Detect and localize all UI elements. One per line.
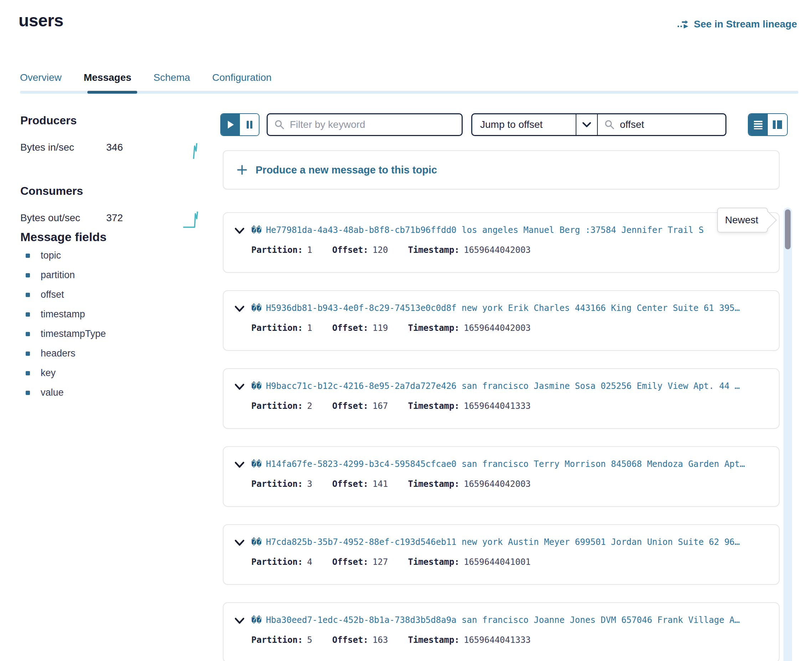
bytes-out-value: 372 (106, 212, 123, 224)
jump-to-offset-select[interactable]: Jump to offset (472, 114, 576, 135)
bytes-in-value: 346 (106, 142, 123, 153)
message-row[interactable]: �� H7cda825b-35b7-4952-88ef-c193d546eb11… (223, 524, 780, 585)
bullet-icon (26, 273, 30, 278)
key-binary-prefix: �� (251, 537, 262, 547)
field-item-value[interactable]: value (26, 387, 106, 398)
bullet-icon (26, 254, 30, 258)
message-key-line: �� He77981da-4a43-48ab-b8f8-cb71b96ffdd0… (251, 225, 770, 235)
expand-chevron-icon[interactable] (234, 227, 245, 236)
message-key-line: �� H7cda825b-35b7-4952-88ef-c193d546eb11… (251, 537, 770, 547)
message-key[interactable]: H14fa67fe-5823-4299-b3c4-595845cfcae0 sa… (266, 459, 745, 469)
offset-search-field (598, 114, 726, 135)
partition-value: 3 (303, 479, 312, 489)
consumers-heading: Consumers (20, 185, 83, 198)
timestamp-value: 1659644041333 (460, 401, 531, 411)
pause-icon (246, 120, 253, 129)
stream-lineage-link[interactable]: See in Stream lineage (677, 19, 797, 30)
field-item-partition[interactable]: partition (26, 270, 106, 281)
bytes-in-label: Bytes in/sec (20, 142, 74, 153)
offset-value: 119 (368, 323, 388, 333)
page-title: users (19, 11, 64, 30)
expand-chevron-icon[interactable] (234, 305, 245, 314)
field-item-offset[interactable]: offset (26, 289, 106, 300)
bullet-icon (26, 371, 30, 375)
list-view-button[interactable] (748, 114, 768, 135)
select-chevron-button[interactable] (576, 114, 598, 135)
field-item-topic[interactable]: topic (26, 250, 106, 261)
tab-overview[interactable]: Overview (20, 72, 62, 88)
message-key[interactable]: Hba30eed7-1edc-452b-8b1a-738d3b5d8a9a sa… (266, 615, 740, 625)
expand-chevron-icon[interactable] (234, 461, 245, 470)
message-row[interactable]: �� H5936db81-b943-4e0f-8c29-74513e0c0d8f… (223, 290, 780, 351)
message-meta: Partition:1 Offset:119 Timestamp:1659644… (251, 323, 531, 333)
expand-chevron-icon[interactable] (234, 383, 245, 392)
bullet-icon (26, 293, 30, 297)
key-binary-prefix: �� (251, 381, 262, 391)
partition-value: 1 (303, 245, 312, 255)
bullet-icon (26, 312, 30, 317)
play-button[interactable] (221, 114, 240, 135)
message-meta: Partition:2 Offset:167 Timestamp:1659644… (251, 401, 531, 411)
message-meta: Partition:1 Offset:120 Timestamp:1659644… (251, 245, 531, 255)
card-view-button[interactable] (768, 114, 787, 135)
message-meta: Partition:5 Offset:163 Timestamp:1659644… (251, 635, 531, 645)
timestamp-value: 1659644042003 (460, 245, 531, 255)
key-binary-prefix: �� (251, 615, 262, 625)
produce-message-button[interactable]: Produce a new message to this topic (223, 150, 780, 190)
field-item-key[interactable]: key (26, 367, 106, 378)
message-key[interactable]: He77981da-4a43-48ab-b8f8-cb71b96ffdd0 lo… (266, 225, 704, 235)
message-row[interactable]: �� H9bacc71c-b12c-4216-8e95-2a7da727e426… (223, 368, 780, 429)
view-toggle-group (748, 113, 788, 136)
timestamp-value: 1659644041001 (460, 557, 531, 567)
message-key[interactable]: H5936db81-b943-4e0f-8c29-74513e0c0d8f ne… (266, 303, 740, 313)
scrollbar-track[interactable] (783, 208, 792, 661)
field-item-timestamp[interactable]: timestamp (26, 309, 106, 320)
message-row[interactable]: �� Hba30eed7-1edc-452b-8b1a-738d3b5d8a9a… (223, 602, 780, 661)
filter-field (267, 113, 463, 136)
filter-input[interactable] (290, 119, 455, 130)
producers-heading: Producers (20, 114, 77, 127)
offset-value: 163 (368, 635, 388, 645)
tab-configuration[interactable]: Configuration (212, 72, 272, 88)
tab-schema[interactable]: Schema (154, 72, 191, 88)
message-key[interactable]: H7cda825b-35b7-4952-88ef-c193d546eb11 ne… (266, 537, 740, 547)
tab-messages[interactable]: Messages (84, 72, 131, 88)
tab-bar: Overview Messages Schema Configuration (20, 72, 272, 88)
message-fields-list: topic partition offset timestamp timesta… (26, 250, 106, 398)
message-meta: Partition:4 Offset:127 Timestamp:1659644… (251, 557, 531, 567)
key-binary-prefix: �� (251, 303, 262, 313)
bytes-in-sparkline (191, 142, 201, 162)
chevron-down-icon (582, 121, 591, 128)
jump-to-offset-group: Jump to offset (471, 113, 726, 136)
offset-search-input[interactable] (620, 119, 719, 130)
scrollbar-thumb[interactable] (785, 209, 791, 249)
offset-value: 167 (368, 401, 388, 411)
message-row[interactable]: �� H14fa67fe-5823-4299-b3c4-595845cfcae0… (223, 446, 780, 507)
stream-lineage-icon (677, 19, 690, 29)
offset-value: 127 (368, 557, 388, 567)
message-key[interactable]: H9bacc71c-b12c-4216-8e95-2a7da727e426 sa… (266, 381, 740, 391)
bullet-icon (26, 332, 30, 336)
bullet-icon (26, 391, 30, 395)
tab-underline-active (87, 91, 137, 94)
list-view-icon (753, 120, 763, 129)
offset-value: 120 (368, 245, 388, 255)
key-binary-prefix: �� (251, 225, 262, 235)
message-row[interactable]: �� He77981da-4a43-48ab-b8f8-cb71b96ffdd0… (223, 212, 780, 273)
expand-chevron-icon[interactable] (234, 617, 245, 626)
message-key-line: �� H9bacc71c-b12c-4216-8e95-2a7da727e426… (251, 381, 770, 391)
search-icon (604, 119, 615, 130)
plus-icon (236, 164, 248, 176)
newest-tooltip-label: Newest (725, 214, 758, 226)
field-item-timestampType[interactable]: timestampType (26, 328, 106, 339)
field-item-headers[interactable]: headers (26, 348, 106, 359)
message-key-line: �� Hba30eed7-1edc-452b-8b1a-738d3b5d8a9a… (251, 615, 770, 625)
pause-button[interactable] (240, 114, 259, 135)
message-key-line: �� H14fa67fe-5823-4299-b3c4-595845cfcae0… (251, 459, 770, 469)
bytes-out-label: Bytes out/sec (20, 212, 80, 224)
timestamp-value: 1659644042003 (460, 479, 531, 489)
key-binary-prefix: �� (251, 459, 262, 469)
partition-value: 1 (303, 323, 312, 333)
expand-chevron-icon[interactable] (234, 539, 245, 548)
message-key-line: �� H5936db81-b943-4e0f-8c29-74513e0c0d8f… (251, 303, 770, 313)
